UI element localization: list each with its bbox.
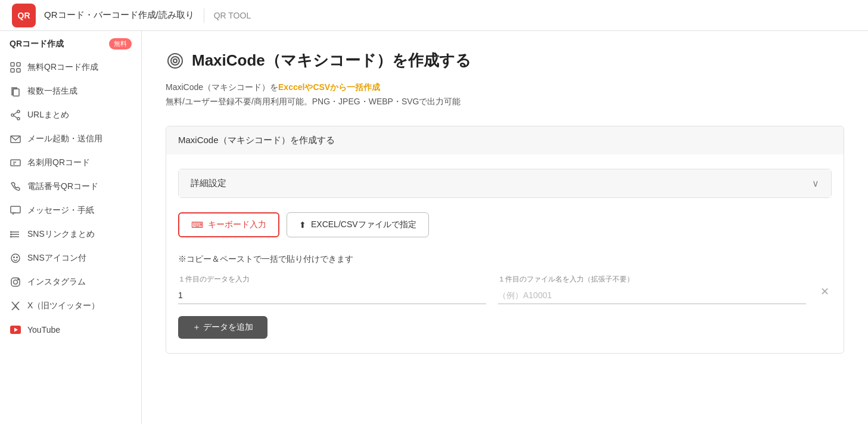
sidebar-item-sns-link[interactable]: SNSリンクまとめ [0,222,141,246]
copy-icon [10,85,21,97]
sidebar-item-email[interactable]: メール起動・送信用 [0,127,141,151]
sidebar-item-label: インスタグラム [27,277,86,287]
sidebar-section-header: QRコード作成 無料 [0,31,141,55]
sidebar-item-label: メッセージ・手紙 [27,205,94,216]
sidebar-item-instagram[interactable]: インスタグラム [0,270,141,294]
phone-icon [10,181,21,193]
svg-point-7 [17,117,20,120]
header: QR QRコード・バーコード作成/読み取り QR TOOL [0,0,868,31]
svg-rect-2 [11,69,14,72]
header-subtitle: QR TOOL [214,11,251,20]
card-icon [10,157,21,169]
data-input-field[interactable] [178,287,486,304]
sidebar-item-twitter[interactable]: X（旧ツイッター） [0,294,141,318]
share-icon [10,109,21,121]
add-btn-area: ＋ データを追加 [178,316,832,339]
app-logo: QR [12,4,36,27]
detail-settings-label: 詳細設定 [191,178,226,189]
paste-note: ※コピー＆ペーストで一括で貼り付けできます [178,254,832,265]
page-title: MaxiCode（マキシコード）を作成する [192,50,471,71]
header-divider [204,8,204,23]
svg-point-21 [11,254,20,262]
sidebar-item-label: SNSリンクまとめ [27,229,95,240]
maxicode-icon [166,51,185,70]
twitter-x-icon [10,300,21,312]
svg-point-18 [11,231,12,233]
envelope-icon [10,133,21,145]
chevron-down-icon: ∨ [812,178,819,189]
svg-point-22 [14,257,15,258]
sidebar-item-label: SNSアイコン付 [27,253,86,264]
sidebar-item-free-qr[interactable]: 無料QRコード作成 [0,55,141,79]
list-icon [10,228,21,240]
svg-point-20 [11,236,12,237]
svg-point-31 [173,59,177,63]
filename-input-label: １件目のファイル名を入力（拡張子不要） [498,274,806,284]
svg-rect-0 [11,63,14,66]
sidebar-badge: 無料 [109,38,132,49]
svg-rect-11 [11,160,20,166]
sidebar-item-label: 名刺用QRコード [27,157,90,168]
data-input-label: １件目のデータを入力 [178,274,486,284]
input-method-buttons: ⌨ キーボード入力 ⬆ EXCEL/CSVファイルで指定 [178,212,832,237]
sidebar-item-url[interactable]: URLまとめ [0,103,141,127]
svg-rect-1 [17,63,20,66]
svg-point-5 [17,110,20,113]
excel-csv-button[interactable]: ⬆ EXCEL/CSVファイルで指定 [287,212,429,237]
sidebar: QRコード作成 無料 無料QRコード作成 [0,31,142,424]
filename-input-group: １件目のファイル名を入力（拡張子不要） [498,274,806,304]
sidebar-item-sns-icon[interactable]: SNSアイコン付 [0,246,141,270]
section-card-header: MaxiCode（マキシコード）を作成する [166,126,844,154]
main-section-card: MaxiCode（マキシコード）を作成する 詳細設定 ∨ ⌨ キーボード入力 [166,126,844,354]
svg-rect-3 [17,69,20,72]
svg-rect-4 [13,89,19,96]
instagram-icon [10,276,21,288]
svg-line-8 [14,112,17,114]
svg-point-30 [171,57,179,65]
keyboard-input-button[interactable]: ⌨ キーボード入力 [178,212,279,237]
message-icon [10,205,21,216]
data-input-row: １件目のデータを入力 １件目のファイル名を入力（拡張子不要） ✕ [178,274,832,304]
app-title: QRコード・バーコード作成/読み取り [44,10,194,21]
youtube-icon [10,324,21,336]
svg-line-9 [14,116,17,118]
filename-input-field[interactable] [498,287,806,304]
add-data-button[interactable]: ＋ データを追加 [178,316,267,339]
page-description: MaxiCode（マキシコード）をExccelやCSVから一括作成 無料/ユーザ… [166,81,844,109]
grid-icon [10,61,21,73]
svg-point-6 [11,114,14,116]
main-content: MaxiCode（マキシコード）を作成する MaxiCode（マキシコード）をE… [142,31,868,424]
main-layout: QRコード作成 無料 無料QRコード作成 [0,31,868,424]
svg-point-29 [168,54,182,68]
sidebar-item-youtube[interactable]: YouTube [0,318,141,342]
svg-point-23 [17,257,18,258]
upload-icon: ⬆ [299,220,306,230]
keyboard-icon: ⌨ [191,220,203,230]
sidebar-section-label: QRコード作成 [10,39,64,49]
svg-rect-14 [11,206,20,213]
sidebar-item-label: YouTube [27,325,60,335]
sidebar-item-label: メール起動・送信用 [27,134,102,144]
sidebar-item-label: 複数一括生成 [27,86,77,97]
data-input-group: １件目のデータを入力 [178,274,486,304]
smiley-icon [10,252,21,264]
svg-point-25 [14,280,18,284]
detail-settings-header[interactable]: 詳細設定 ∨ [179,169,831,197]
svg-point-19 [11,234,12,235]
svg-point-26 [18,279,19,280]
sidebar-item-label: 電話番号QRコード [27,181,98,192]
sidebar-item-message[interactable]: メッセージ・手紙 [0,199,141,222]
section-title: MaxiCode（マキシコード）を作成する [178,135,335,146]
sidebar-item-label: URLまとめ [27,110,69,120]
page-title-row: MaxiCode（マキシコード）を作成する [166,50,844,71]
sidebar-item-phone[interactable]: 電話番号QRコード [0,175,141,199]
sidebar-item-label: X（旧ツイッター） [27,301,99,311]
sidebar-item-label: 無料QRコード作成 [27,62,98,73]
row-close-button[interactable]: ✕ [818,283,832,301]
section-card-body: 詳細設定 ∨ ⌨ キーボード入力 ⬆ EXCEL/CSVファイルで指定 [166,154,844,353]
sidebar-item-meishi[interactable]: 名刺用QRコード [0,151,141,175]
sidebar-item-bulk[interactable]: 複数一括生成 [0,79,141,103]
